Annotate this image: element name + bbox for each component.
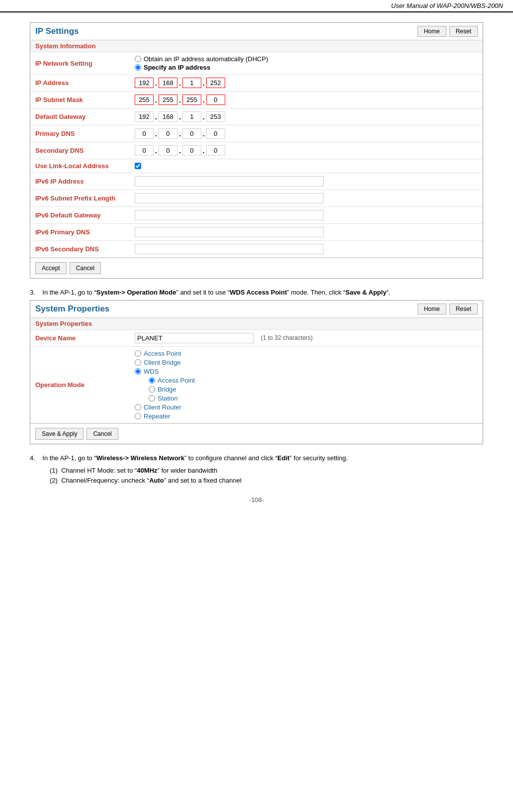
- secondary-dns-value: . . .: [130, 142, 483, 159]
- mode-wds-row: WDS: [135, 368, 478, 375]
- ipv6-gateway-input[interactable]: [135, 210, 324, 220]
- sub1-bold: 40MHz: [137, 467, 157, 474]
- ip-cancel-btn[interactable]: Cancel: [70, 262, 101, 274]
- mode-access-point-row: Access Point: [135, 350, 478, 357]
- step-4-bold2: Edit: [277, 454, 290, 462]
- wds-bridge-row: Bridge: [149, 386, 478, 393]
- ip-address-octet-3[interactable]: [182, 78, 201, 88]
- ip-network-setting-row: IP Network Setting Obtain an IP address …: [30, 52, 483, 75]
- pdns-octet-4[interactable]: [206, 128, 225, 139]
- gateway-octet-3[interactable]: [182, 111, 201, 122]
- ip-subnet-row: IP Subnet Mask . . .: [30, 92, 483, 108]
- ip-settings-reset-btn[interactable]: Reset: [449, 26, 478, 37]
- sys-props-home-btn[interactable]: Home: [418, 304, 446, 314]
- static-ip-radio[interactable]: [135, 64, 141, 71]
- static-radio-row: Specify an IP address: [135, 64, 478, 71]
- step-4-num: 4.: [30, 454, 41, 462]
- ip-settings-section-header: System Information: [30, 40, 483, 52]
- ipv6-address-value: [130, 173, 483, 190]
- secondary-dns-group: . . .: [135, 145, 478, 156]
- mode-client-router-radio[interactable]: [135, 404, 141, 410]
- sub1-text-before: Channel HT Mode: set to “: [61, 467, 137, 474]
- ipv6-subnet-input[interactable]: [135, 193, 324, 203]
- device-name-hint: (1 to 32 characters): [261, 334, 313, 341]
- static-ip-label: Specify an IP address: [144, 64, 210, 71]
- device-name-input[interactable]: [135, 333, 254, 343]
- instruction-4-sub1: (1) Channel HT Mode: set to “40MHz” for …: [50, 466, 483, 476]
- mode-client-bridge-radio[interactable]: [135, 359, 141, 366]
- ip-sep-1: .: [155, 79, 158, 87]
- ipv6-pdns-label: IPv6 Primary DNS: [30, 224, 130, 241]
- mode-repeater-label: Repeater: [144, 412, 170, 420]
- pdns-octet-3[interactable]: [182, 128, 201, 139]
- sys-cancel-btn[interactable]: Cancel: [86, 428, 118, 440]
- gateway-octet-2[interactable]: [159, 111, 177, 122]
- ip-accept-btn[interactable]: Accept: [35, 262, 67, 274]
- wds-station-row: Station: [149, 395, 478, 402]
- wds-access-point-label: Access Point: [158, 377, 195, 384]
- device-name-row: Device Name (1 to 32 characters): [30, 330, 483, 347]
- operation-mode-value: Access Point Client Bridge WDS: [130, 346, 483, 423]
- sub2-text-after: ” and set to a fixed channel: [164, 477, 242, 484]
- sub2-bold: Auto: [149, 477, 164, 484]
- ip-address-octet-4[interactable]: [206, 78, 225, 88]
- link-local-row: Use Link-Local Address: [30, 159, 483, 173]
- ipv6-address-row: IPv6 IP Address: [30, 173, 483, 190]
- ip-address-octet-1[interactable]: [135, 78, 154, 88]
- save-apply-btn[interactable]: Save & Apply: [35, 428, 84, 440]
- page-title: User Manual of WAP-200N/WBS-200N: [391, 2, 503, 9]
- sys-props-reset-btn[interactable]: Reset: [449, 304, 478, 314]
- ip-subnet-octet-3[interactable]: [182, 95, 201, 105]
- gateway-octet-4[interactable]: [206, 111, 225, 122]
- system-properties-panel: System Properties Home Reset System Prop…: [30, 300, 483, 444]
- ip-address-group: . . .: [135, 78, 478, 88]
- default-gateway-value: . . .: [130, 108, 483, 125]
- step-3-text-before: In the AP-1, go to “: [42, 289, 96, 296]
- ipv6-pdns-input[interactable]: [135, 227, 324, 237]
- pdns-sep-2: .: [178, 130, 181, 138]
- ip-subnet-octet-2[interactable]: [159, 95, 177, 105]
- mode-client-bridge-label: Client Bridge: [144, 359, 180, 366]
- mode-wds-radio[interactable]: [135, 368, 141, 375]
- wds-bridge-radio[interactable]: [149, 386, 155, 393]
- ip-subnet-octet-1[interactable]: [135, 95, 154, 105]
- wds-sub-modes: Access Point Bridge Station: [149, 377, 478, 402]
- ipv6-gateway-row: IPv6 Default Gateway: [30, 207, 483, 224]
- pdns-octet-2[interactable]: [159, 128, 177, 139]
- ip-settings-home-btn[interactable]: Home: [418, 26, 446, 37]
- ip-settings-footer: Accept Cancel: [30, 258, 483, 278]
- step-3-num: 3.: [30, 289, 41, 296]
- dhcp-radio[interactable]: [135, 56, 141, 62]
- sdns-octet-4[interactable]: [206, 145, 225, 156]
- step-3-bold3: Save & Apply: [345, 289, 387, 296]
- sdns-sep-2: .: [178, 147, 181, 155]
- ip-subnet-octet-4[interactable]: [206, 95, 225, 105]
- wds-access-point-radio[interactable]: [149, 377, 155, 384]
- sub2-num: (2): [50, 477, 60, 484]
- sys-props-footer: Save & Apply Cancel: [30, 423, 483, 444]
- pdns-octet-1[interactable]: [135, 128, 154, 139]
- primary-dns-row: Primary DNS . . .: [30, 125, 483, 142]
- mode-repeater-row: Repeater: [135, 412, 478, 420]
- wds-station-radio[interactable]: [149, 395, 155, 402]
- sys-props-form-table: Device Name (1 to 32 characters) Operati…: [30, 330, 483, 423]
- sdns-octet-3[interactable]: [182, 145, 201, 156]
- device-name-label: Device Name: [30, 330, 130, 347]
- ip-network-setting-value: Obtain an IP address automatically (DHCP…: [130, 52, 483, 75]
- ip-address-octet-2[interactable]: [159, 78, 177, 88]
- mode-access-point-radio[interactable]: [135, 350, 141, 357]
- sub2-text-before: Channel/Frequency: uncheck “: [61, 477, 149, 484]
- sdns-octet-1[interactable]: [135, 145, 154, 156]
- mode-repeater-radio[interactable]: [135, 413, 141, 419]
- step-3-text-end: ”.: [386, 289, 390, 296]
- wds-bridge-label: Bridge: [158, 386, 176, 393]
- link-local-checkbox[interactable]: [135, 163, 141, 169]
- gateway-octet-1[interactable]: [135, 111, 154, 122]
- ipv6-pdns-row: IPv6 Primary DNS: [30, 224, 483, 241]
- sdns-octet-2[interactable]: [159, 145, 177, 156]
- ip-subnet-label: IP Subnet Mask: [30, 92, 130, 108]
- ipv6-sdns-input[interactable]: [135, 244, 324, 254]
- ipv6-subnet-label: IPv6 Subnet Prefix Length: [30, 190, 130, 207]
- subnet-sep-2: .: [178, 96, 181, 104]
- ipv6-address-input[interactable]: [135, 176, 324, 187]
